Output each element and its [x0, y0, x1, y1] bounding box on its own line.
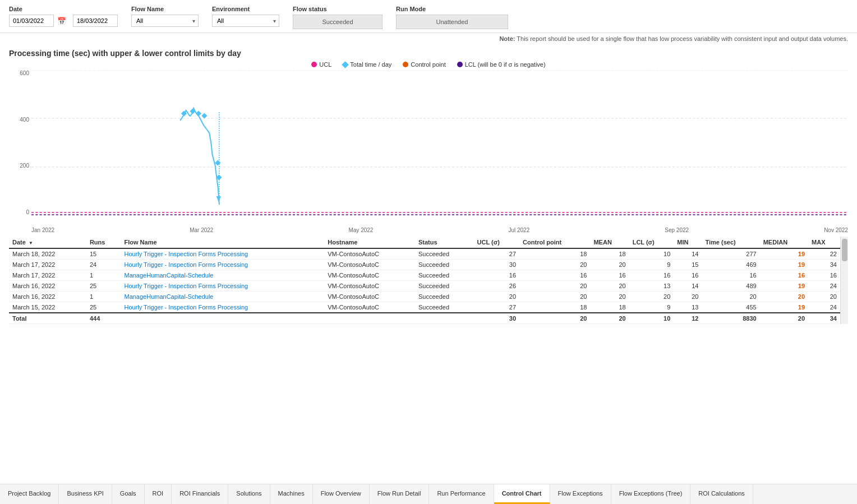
tab-solutions[interactable]: Solutions: [228, 484, 270, 504]
col-header-ucl: UCL (σ): [474, 237, 520, 248]
tab-flow-exceptions[interactable]: Flow Exceptions: [550, 484, 611, 504]
cell-status: Succeeded: [415, 260, 474, 270]
tab-machines[interactable]: Machines: [270, 484, 313, 504]
cell-max: 16: [808, 270, 840, 281]
cell-max: 24: [808, 302, 840, 313]
flow-name-link[interactable]: Hourly Trigger - Inspection Forms Proces…: [124, 304, 248, 311]
cell-min: 14: [674, 248, 702, 260]
cell-date: March 17, 2022: [9, 260, 86, 270]
total-median: 20: [760, 313, 808, 324]
tab-control-chart[interactable]: Control Chart: [494, 484, 550, 504]
cell-hostname: VM-ContosoAutoC: [324, 270, 415, 281]
flow-status-button[interactable]: Succeeded: [293, 15, 383, 29]
cell-runs: 25: [86, 281, 121, 292]
flow-name-link[interactable]: ManageHumanCapital-Schedule: [124, 293, 213, 300]
total-mean: 20: [590, 313, 629, 324]
tab-flow-run-detail[interactable]: Flow Run Detail: [370, 484, 430, 504]
col-header-runs: Runs: [86, 237, 121, 248]
x-label-jan2022: Jan 2022: [31, 227, 54, 233]
cell-median: 19: [760, 281, 808, 292]
tab-flow-overview[interactable]: Flow Overview: [313, 484, 370, 504]
flow-name-link[interactable]: Hourly Trigger - Inspection Forms Proces…: [124, 251, 248, 257]
flow-name-link[interactable]: Hourly Trigger - Inspection Forms Proces…: [124, 261, 248, 268]
col-header-median: MEDIAN: [760, 237, 808, 248]
col-header-mean: MEAN: [590, 237, 629, 248]
table-row: March 18, 2022 15 Hourly Trigger - Inspe…: [9, 248, 840, 260]
data-table: Date ▼ Runs Flow Name Hostname Status UC…: [9, 237, 840, 324]
cell-min: 16: [674, 270, 702, 281]
vertical-scrollbar[interactable]: [840, 237, 848, 324]
scrollbar-thumb[interactable]: [842, 239, 847, 261]
ucl-legend-label: UCL: [319, 61, 331, 68]
environment-select[interactable]: All: [212, 15, 279, 27]
cell-hostname: VM-ContosoAutoC: [324, 302, 415, 313]
control-point-legend-dot: [403, 62, 408, 67]
flow-name-filter-group: Flow Name All: [131, 6, 199, 27]
environment-label: Environment: [212, 6, 279, 12]
col-header-lcl: LCL (σ): [629, 237, 674, 248]
tab-goals[interactable]: Goals: [112, 484, 145, 504]
cell-hostname: VM-ContosoAutoC: [324, 260, 415, 270]
cell-status: Succeeded: [415, 302, 474, 313]
tab-roi-financials[interactable]: ROI Financials: [172, 484, 228, 504]
cell-date: March 18, 2022: [9, 248, 86, 260]
cell-ucl: 30: [474, 260, 520, 270]
chart-svg: [31, 70, 848, 216]
col-header-flow-name: Flow Name: [121, 237, 324, 248]
tab-roi[interactable]: ROI: [145, 484, 172, 504]
date-to-input[interactable]: [73, 15, 118, 27]
y-axis: 600 400 200 0: [9, 70, 31, 235]
flow-status-filter-group: Flow status Succeeded: [293, 6, 383, 29]
tab-flow-exceptions-tree[interactable]: Flow Exceptions (Tree): [611, 484, 691, 504]
note-prefix: Note:: [499, 35, 515, 42]
x-label-mar2022: Mar 2022: [190, 227, 213, 233]
col-header-hostname: Hostname: [324, 237, 415, 248]
total-min: 12: [674, 313, 702, 324]
cell-control-point: 20: [519, 292, 590, 302]
cell-median: 19: [760, 248, 808, 260]
cell-hostname: VM-ContosoAutoC: [324, 292, 415, 302]
run-mode-button[interactable]: Unattended: [396, 15, 508, 29]
control-point-legend-label: Control point: [411, 61, 445, 68]
cell-hostname: VM-ContosoAutoC: [324, 281, 415, 292]
cell-median: 20: [760, 292, 808, 302]
cell-lcl: 10: [629, 248, 674, 260]
tab-run-performance[interactable]: Run Performance: [429, 484, 494, 504]
x-label-nov2022: Nov 2022: [824, 227, 848, 233]
table-row: March 16, 2022 25 Hourly Trigger - Inspe…: [9, 281, 840, 292]
tab-project-backlog[interactable]: Project Backlog: [0, 484, 59, 504]
cell-lcl: 16: [629, 270, 674, 281]
cell-flow-name: Hourly Trigger - Inspection Forms Proces…: [121, 248, 324, 260]
total-hostname: [324, 313, 415, 324]
flow-name-link[interactable]: ManageHumanCapital-Schedule: [124, 272, 213, 279]
cell-time-sec: 455: [702, 302, 759, 313]
table-wrapper: Date ▼ Runs Flow Name Hostname Status UC…: [9, 237, 848, 324]
y-label-600: 600: [9, 70, 29, 76]
cell-lcl: 20: [629, 292, 674, 302]
cell-runs: 25: [86, 302, 121, 313]
cell-ucl: 26: [474, 281, 520, 292]
total-control-point: 20: [519, 313, 590, 324]
date-from-input[interactable]: [9, 15, 54, 27]
chart-container: 600 400 200 0: [9, 70, 848, 235]
cell-lcl: 13: [629, 281, 674, 292]
date-sort-icon: ▼: [29, 241, 33, 246]
tab-business-kpi[interactable]: Business KPI: [59, 484, 112, 504]
cell-flow-name: Hourly Trigger - Inspection Forms Proces…: [121, 302, 324, 313]
cell-max: 20: [808, 292, 840, 302]
cell-max: 24: [808, 281, 840, 292]
cell-median: 16: [760, 270, 808, 281]
cell-hostname: VM-ContosoAutoC: [324, 248, 415, 260]
col-header-time-sec: Time (sec): [702, 237, 759, 248]
cell-ucl: 27: [474, 302, 520, 313]
cell-date: March 16, 2022: [9, 292, 86, 302]
cell-mean: 20: [590, 260, 629, 270]
flow-name-select[interactable]: All: [131, 15, 199, 27]
calendar-icon[interactable]: 📅: [57, 17, 66, 25]
cell-lcl: 9: [629, 260, 674, 270]
cell-min: 14: [674, 281, 702, 292]
tab-roi-calculations[interactable]: ROI Calculations: [690, 484, 753, 504]
flow-name-link[interactable]: Hourly Trigger - Inspection Forms Proces…: [124, 283, 248, 289]
cell-min: 20: [674, 292, 702, 302]
cell-status: Succeeded: [415, 281, 474, 292]
